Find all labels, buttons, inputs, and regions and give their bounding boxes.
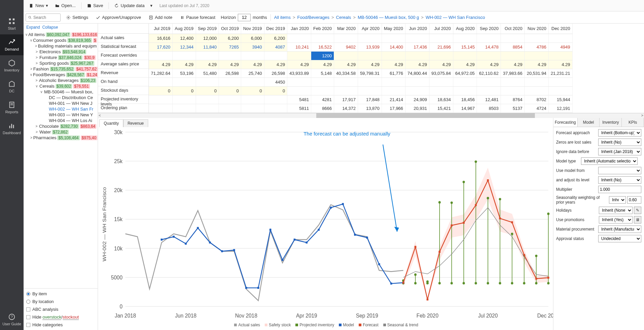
grid-cell[interactable]	[196, 51, 219, 60]
search-input[interactable]	[33, 15, 58, 20]
prop-select[interactable]: Inherit (Jan 2018)	[598, 148, 641, 155]
grid-cell[interactable]	[358, 78, 382, 86]
grid-cell[interactable]: 8764	[501, 95, 525, 104]
grid-cell[interactable]	[196, 95, 219, 104]
grid-cell[interactable]: 4281	[311, 95, 334, 104]
grid-cell[interactable]	[287, 51, 311, 60]
tree-item[interactable]: WH-003 — WH New Y	[24, 112, 98, 118]
grid-cell[interactable]: 12,481	[477, 95, 501, 104]
grid-cell[interactable]: 5481	[287, 95, 311, 104]
grid-cell[interactable]: 6,200	[219, 34, 241, 42]
breadcrumb[interactable]: All items>Food/Beverages>Cereals>MB-5004…	[274, 15, 485, 20]
grid-cell[interactable]: 12,344	[172, 42, 196, 51]
grid-cell[interactable]: 4949	[548, 42, 572, 51]
nav-inventory[interactable]: Inventory	[0, 55, 24, 76]
grid-cell[interactable]: 0	[264, 86, 287, 95]
grid-cell[interactable]: 53,196	[172, 69, 196, 78]
grid-cell[interactable]	[172, 104, 196, 113]
grid-cell[interactable]: 14,967	[453, 104, 477, 113]
prop-select[interactable]: Inherit (None)	[599, 207, 633, 214]
prop-select[interactable]: Inherit (Bottom-up)	[598, 129, 641, 137]
grid-cell[interactable]: 0	[172, 86, 196, 95]
grid-cell[interactable]: 4.29	[264, 60, 287, 69]
tree-item[interactable]: >Chocolate $282,730 $863,64	[24, 123, 98, 129]
grid-cell[interactable]	[548, 34, 572, 42]
tree-item[interactable]: >Alcoholic Beverages $106,23	[24, 78, 98, 83]
search-box[interactable]	[26, 13, 61, 22]
grid-cell[interactable]	[453, 34, 477, 42]
tab-quantity[interactable]: Quantity	[99, 119, 123, 127]
grid-cell[interactable]: 21,696	[429, 42, 453, 51]
grid-cell[interactable]: 14,400	[382, 42, 405, 51]
grid-cell[interactable]	[149, 104, 172, 113]
nav-reports[interactable]: Reports	[0, 97, 24, 118]
grid-cell[interactable]: 12,400	[172, 34, 196, 42]
prop-input[interactable]	[598, 186, 641, 193]
grid-cell[interactable]	[405, 86, 429, 95]
grid-cell[interactable]	[287, 78, 311, 86]
grid-cell[interactable]	[264, 51, 287, 60]
prop-select[interactable]: Inheri	[609, 196, 626, 204]
grid-cell[interactable]	[334, 78, 358, 86]
grid-cell[interactable]: 40,334.58	[334, 69, 358, 78]
tree-item[interactable]: >Water $72,862	[24, 129, 98, 135]
breadcrumb-item[interactable]: MB-50046 — Muesli box, 500 g	[358, 15, 419, 20]
grid-cell[interactable]	[525, 78, 549, 86]
tab-kpis[interactable]: KPIs	[622, 118, 644, 127]
grid-cell[interactable]: 15,944	[548, 95, 572, 104]
add-note-button[interactable]: Add note	[147, 14, 174, 21]
horizon-input[interactable]	[238, 14, 251, 21]
grid-cell[interactable]: 25,740	[241, 69, 264, 78]
grid-cell[interactable]	[241, 78, 264, 86]
tree-item[interactable]: WH-004 — WH Los Ai	[24, 118, 98, 123]
nav-start[interactable]: Start	[0, 13, 24, 34]
tree-item[interactable]: >Furniture $37,846,024 $30,9	[24, 55, 98, 60]
grid-cell[interactable]: 20,531.94	[525, 69, 549, 78]
hide-categories-checkbox[interactable]: Hide categories	[26, 322, 95, 327]
tab-model[interactable]: Model	[578, 118, 600, 127]
prop-input[interactable]	[627, 196, 641, 204]
tree-item[interactable]: WH-001 — WH New J	[24, 100, 98, 106]
grid-cell[interactable]: 8666	[311, 104, 334, 113]
grid-cell[interactable]: 17,917	[334, 95, 358, 104]
prop-select[interactable]: Undecided	[598, 235, 641, 242]
grid-cell[interactable]: 4.29	[453, 60, 477, 69]
nav-dashboard[interactable]: Dashboard	[0, 118, 24, 139]
grid-cell[interactable]	[548, 86, 572, 95]
by-item-radio[interactable]: By item	[26, 291, 95, 296]
prop-select[interactable]: Inherit (Manufacture)	[598, 226, 641, 233]
tree-item[interactable]: >Electronics $93,548,914	[24, 49, 98, 55]
grid-cell[interactable]: 93,075.84	[429, 69, 453, 78]
grid-cell[interactable]	[501, 51, 525, 60]
grid-cell[interactable]: 37,983.66	[501, 69, 525, 78]
grid-cell[interactable]	[149, 95, 172, 104]
grid-cell[interactable]: 13,939	[358, 42, 382, 51]
grid-cell[interactable]	[525, 86, 549, 95]
grid-cell[interactable]: 26,598	[219, 69, 241, 78]
tab-revenue[interactable]: Revenue	[123, 119, 148, 127]
grid-cell[interactable]: 4.29	[501, 60, 525, 69]
grid-cell[interactable]	[453, 78, 477, 86]
breadcrumb-item[interactable]: Food/Beverages	[297, 15, 329, 20]
grid-cell[interactable]: 4.29	[382, 60, 405, 69]
prop-select[interactable]: Inherit (Automatic selection)	[581, 157, 638, 165]
grid-cell[interactable]: 8854	[501, 42, 525, 51]
grid-cell[interactable]	[358, 34, 382, 42]
grid-cell[interactable]: 4.29	[311, 60, 334, 69]
grid-cell[interactable]	[196, 78, 219, 86]
pause-forecast-button[interactable]: Pause forecast	[178, 14, 218, 21]
tree-item[interactable]: >Sporting goods $25,967,267	[24, 60, 98, 66]
approve-button[interactable]: Approve/Unapprove	[94, 14, 143, 21]
grid-cell[interactable]	[334, 34, 358, 42]
tree-item[interactable]: vMB-50046 — Muesli box,	[24, 89, 98, 95]
grid-cell[interactable]: 3940	[241, 42, 264, 51]
grid-cell[interactable]	[287, 34, 311, 42]
grid-cell[interactable]: 61,776	[382, 69, 405, 78]
grid-cell[interactable]: 17,966	[382, 104, 405, 113]
grid-cell[interactable]	[172, 95, 196, 104]
breadcrumb-item[interactable]: Cereals	[336, 15, 351, 20]
grid-cell[interactable]	[405, 34, 429, 42]
new-button[interactable]: New ▾	[26, 2, 51, 9]
grid-cell[interactable]: 11,840	[196, 42, 219, 51]
grid-cell[interactable]	[477, 86, 501, 95]
